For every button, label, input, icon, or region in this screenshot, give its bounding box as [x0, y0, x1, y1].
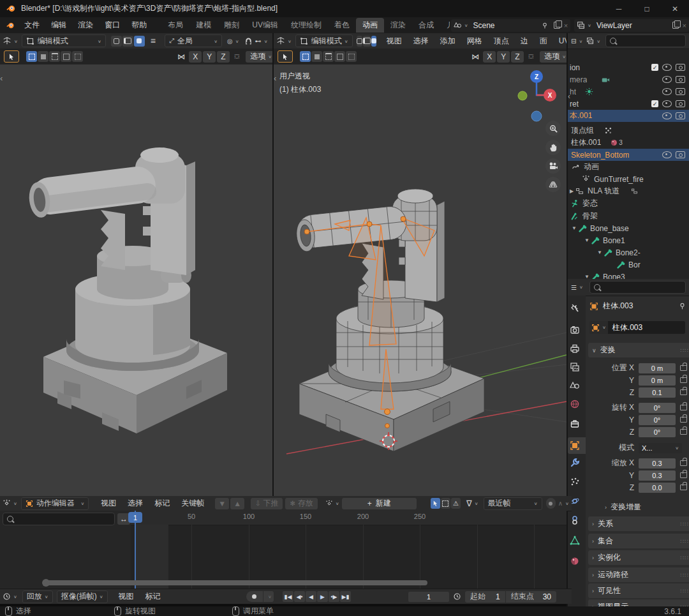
outliner-row-cylinder-001-data[interactable]: 柱体.001 3 — [568, 137, 689, 149]
lock-icon[interactable] — [680, 365, 687, 371]
tab-view-layer[interactable] — [570, 362, 580, 372]
action-id-dropdown[interactable]: ∨ — [325, 500, 339, 507]
outliner-row-cylinder-001[interactable]: 本.001 — [568, 110, 689, 122]
rotation-mode-dropdown[interactable]: X...∨ — [639, 443, 682, 453]
mode-dropdown[interactable]: 编辑模式∨ — [295, 34, 353, 47]
menu-select[interactable]: 选择 — [408, 36, 434, 47]
menu-select[interactable]: 选择 — [122, 498, 149, 509]
proportional-edit-dropdown[interactable]: ⊷∨ — [255, 38, 268, 45]
lock-icon[interactable] — [680, 472, 687, 478]
tab-particles[interactable] — [570, 477, 580, 487]
mirror-x-button[interactable]: X — [483, 51, 496, 63]
mode-dropdown[interactable]: 编辑模式∨ — [22, 34, 106, 47]
tab-material[interactable] — [570, 556, 580, 566]
tab-render[interactable] — [570, 325, 580, 335]
lock-icon[interactable] — [680, 405, 687, 410]
outliner-row-bone-base[interactable]: ▼ Bone_base — [568, 222, 689, 234]
camera-view-button[interactable] — [545, 158, 561, 174]
outliner-row-gunturret-fire[interactable]: GunTurret_fire — [568, 173, 689, 185]
menu-add[interactable]: 添加 — [434, 36, 461, 47]
outliner-row-armature[interactable]: 骨架 — [568, 210, 689, 222]
lock-icon[interactable] — [680, 429, 687, 435]
outliner-edge-chevron[interactable]: ‹ — [568, 92, 570, 101]
options-dropdown[interactable]: 选项∨ — [246, 51, 276, 63]
snap-base-icon[interactable]: ⛋ — [529, 53, 534, 61]
viewport-right-3d[interactable]: 用户透视 (1) 柱体.003 ‹ Z X — [274, 64, 567, 496]
outliner-row-vertex-groups[interactable]: 顶点组 — [568, 124, 689, 137]
camera-icon[interactable] — [676, 112, 685, 119]
menu-view[interactable]: 视图 — [113, 591, 140, 602]
tab-shading[interactable]: 着色 — [328, 18, 356, 33]
menu-window[interactable]: 窗口 — [99, 20, 126, 31]
viewlayer-selector[interactable]: ∨ ViewLayer × — [574, 19, 689, 32]
pin-icon[interactable] — [541, 22, 549, 29]
outliner-row-collection[interactable]: ion ✓ — [568, 61, 689, 73]
value-field[interactable]: 0 m — [639, 363, 676, 373]
value-field[interactable]: 0° — [639, 415, 676, 425]
value-field[interactable]: 0.3 — [639, 470, 676, 481]
checkbox-icon[interactable]: ✓ — [651, 100, 658, 107]
tab-sculpting[interactable]: 雕刻 — [218, 18, 246, 33]
editor-type-dropdown[interactable]: ∨ — [276, 36, 292, 45]
expander-icon[interactable]: ▼ — [583, 237, 591, 243]
tab-modeling[interactable]: 建模 — [189, 18, 218, 33]
menu-marker[interactable]: 标记 — [140, 591, 167, 602]
scrollbar-handle[interactable] — [42, 579, 50, 587]
mirror-z-button[interactable]: Z — [217, 51, 229, 63]
menu-edge[interactable]: 边 — [515, 36, 534, 47]
select-tool-3[interactable] — [49, 51, 60, 62]
outliner-display-mode-dropdown[interactable]: ⊟∨ — [571, 38, 582, 45]
outliner-row-turret[interactable]: ret ✓ — [568, 98, 689, 110]
value-field[interactable]: 0.0 — [639, 483, 676, 493]
select-mode-face-button[interactable] — [134, 36, 145, 47]
eye-icon[interactable] — [662, 76, 672, 83]
tab-modifiers[interactable] — [570, 458, 580, 468]
viewport-display-panel-header[interactable]: ›视图显示∷∷ — [588, 599, 689, 606]
select-mode-edge-button[interactable] — [122, 36, 133, 47]
box-select-button[interactable] — [441, 498, 450, 509]
lock-icon[interactable] — [680, 417, 687, 423]
outliner-row-skeleton-bottom[interactable]: Skeleton_Bottom — [568, 149, 689, 161]
select-mode-face-button[interactable] — [371, 36, 376, 47]
select-mode-edge-button[interactable] — [363, 36, 371, 47]
instancing-panel-header[interactable]: ›实例化∷∷ — [588, 550, 689, 565]
outliner-search-input[interactable] — [605, 34, 686, 47]
tab-tool[interactable] — [570, 303, 580, 313]
visibility-panel-header[interactable]: ›可见性∷∷ — [588, 583, 689, 598]
only-show-errors-button[interactable]: ⚠ — [451, 498, 461, 509]
playback-dropdown[interactable]: 回放∨ — [22, 590, 53, 603]
outliner-filter-dropdown[interactable]: ∨ — [586, 37, 600, 45]
mirror-x-button[interactable]: X — [189, 51, 202, 63]
camera-icon[interactable] — [676, 64, 685, 71]
current-frame-field[interactable]: 1 — [408, 592, 449, 602]
tab-output[interactable] — [570, 343, 580, 354]
viewport-separator[interactable] — [272, 33, 274, 496]
zoom-viewport-button[interactable] — [545, 121, 561, 136]
menu-view[interactable]: 视图 — [95, 498, 122, 509]
eye-icon[interactable] — [662, 64, 672, 71]
id-type-dropdown[interactable]: ∨ — [589, 321, 608, 334]
scene-selector[interactable]: ∨ Scene × — [451, 19, 570, 32]
expander-icon[interactable]: ▼ — [570, 225, 578, 231]
orientation-dropdown[interactable]: ⤢ 全局∨ — [165, 34, 222, 47]
camera-icon[interactable] — [676, 100, 685, 107]
timeline-ruler[interactable]: 50 100 150 200 250 — [131, 511, 567, 525]
outliner-row-pose[interactable]: 姿态 — [568, 197, 689, 209]
tab-object-data[interactable] — [570, 536, 580, 546]
collapse-toolbar-chevron[interactable]: ‹ — [274, 73, 276, 83]
tab-layout[interactable]: 布局 — [161, 18, 189, 33]
expander-icon[interactable]: ▼ — [583, 274, 591, 279]
menu-mesh[interactable]: 网格 — [461, 36, 488, 47]
pan-viewport-button[interactable] — [545, 140, 561, 155]
snap-mode-dropdown[interactable]: 最近帧∨ — [484, 497, 542, 510]
eye-icon[interactable] — [662, 151, 672, 158]
jump-to-end-button[interactable]: ▶▮ — [340, 591, 351, 602]
tab-texture-paint[interactable]: 纹理绘制 — [285, 18, 328, 33]
move-up-button[interactable]: ▲ — [230, 498, 244, 509]
proportional-edit-button[interactable] — [546, 498, 556, 509]
outliner-row-bone2[interactable]: ▼ Bone2- — [568, 246, 689, 259]
tab-geometry-nodes[interactable]: 几何节点 — [440, 18, 450, 33]
value-field[interactable]: 0.3 — [639, 458, 676, 469]
tab-world[interactable] — [570, 399, 580, 409]
expander-icon[interactable]: ▶ — [568, 188, 575, 194]
